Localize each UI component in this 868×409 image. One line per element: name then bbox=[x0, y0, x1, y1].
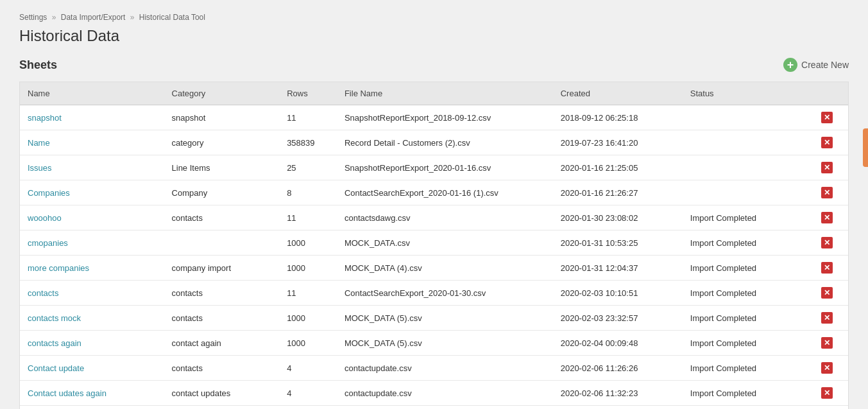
table-row: Contact udates againcontact updates4cont… bbox=[20, 381, 848, 406]
cell-filename: ContactSearchExport_2020-01-16 (1).csv bbox=[337, 180, 553, 205]
right-bar-decoration bbox=[863, 128, 868, 167]
row-name-link[interactable]: Issues bbox=[28, 163, 52, 173]
cell-name: Name bbox=[20, 130, 164, 155]
cell-category: contacts bbox=[164, 205, 280, 231]
cell-status bbox=[683, 130, 812, 155]
row-name-link[interactable]: more companies bbox=[28, 263, 89, 273]
cell-status: Import Completed bbox=[683, 306, 812, 331]
trash-icon: ✕ bbox=[821, 187, 833, 198]
row-name-link[interactable]: Contact update bbox=[28, 363, 84, 373]
delete-button[interactable]: ✕ bbox=[820, 311, 834, 325]
cell-filename: activity.csv bbox=[337, 406, 553, 410]
table-row: more companiescompany import1000MOCK_DAT… bbox=[20, 256, 848, 281]
col-header-status: Status bbox=[683, 82, 812, 105]
breadcrumb: Settings » Data Import/Export » Historic… bbox=[19, 13, 849, 22]
cell-status: Import Completed bbox=[683, 205, 812, 231]
row-name-link[interactable]: wooohoo bbox=[28, 213, 62, 223]
cell-rows: 4 bbox=[279, 381, 337, 406]
cell-name: more companies bbox=[20, 256, 164, 281]
delete-button[interactable]: ✕ bbox=[820, 286, 834, 300]
row-name-link[interactable]: Name bbox=[28, 138, 50, 148]
cell-action: ✕ bbox=[812, 205, 848, 231]
cell-name: activity bbox=[20, 406, 164, 410]
cell-rows: 358839 bbox=[279, 130, 337, 155]
trash-icon: ✕ bbox=[821, 237, 833, 248]
cell-filename: contactupdate.csv bbox=[337, 381, 553, 406]
cell-name: contacts bbox=[20, 281, 164, 306]
cell-rows: 8 bbox=[279, 180, 337, 205]
cell-filename: SnapshotReportExport_2018-09-12.csv bbox=[337, 105, 553, 130]
row-name-link[interactable]: snapshot bbox=[28, 113, 62, 123]
cell-filename: contactsdawg.csv bbox=[337, 205, 553, 231]
cell-status bbox=[683, 105, 812, 130]
cell-created: 2020-01-16 21:26:27 bbox=[553, 180, 683, 205]
delete-button[interactable]: ✕ bbox=[820, 261, 834, 275]
trash-icon: ✕ bbox=[821, 112, 833, 123]
delete-button[interactable]: ✕ bbox=[820, 110, 834, 125]
delete-button[interactable]: ✕ bbox=[820, 161, 834, 175]
row-name-link[interactable]: contacts again bbox=[28, 338, 81, 348]
cell-action: ✕ bbox=[812, 180, 848, 205]
col-header-rows: Rows bbox=[279, 82, 337, 105]
cell-filename: MOCK_DATA (4).csv bbox=[337, 256, 553, 281]
plus-icon: + bbox=[783, 58, 797, 72]
cell-created: 2020-01-16 21:25:05 bbox=[553, 155, 683, 180]
cell-rows: 4 bbox=[279, 356, 337, 381]
cell-action: ✕ bbox=[812, 381, 848, 406]
table-row: wooohoocontacts11contactsdawg.csv2020-01… bbox=[20, 205, 848, 231]
cell-created: 2020-02-03 10:10:51 bbox=[553, 281, 683, 306]
create-new-button[interactable]: + Create New bbox=[783, 58, 849, 72]
cell-filename: MOCK_DATA.csv bbox=[337, 231, 553, 256]
cell-category bbox=[164, 231, 280, 256]
trash-icon: ✕ bbox=[821, 362, 833, 374]
row-name-link[interactable]: cmopanies bbox=[28, 238, 68, 248]
cell-created: 2020-01-31 10:53:25 bbox=[553, 231, 683, 256]
cell-status: Import Completed bbox=[683, 331, 812, 356]
delete-button[interactable]: ✕ bbox=[820, 386, 834, 400]
cell-action: ✕ bbox=[812, 231, 848, 256]
cell-name: snapshot bbox=[20, 105, 164, 130]
sheets-table: Name Category Rows File Name Created Sta… bbox=[20, 82, 848, 409]
cell-name: cmopanies bbox=[20, 231, 164, 256]
cell-category: contact again bbox=[164, 331, 280, 356]
row-name-link[interactable]: contacts mock bbox=[28, 313, 81, 323]
cell-category: contacts bbox=[164, 306, 280, 331]
row-name-link[interactable]: Contact udates again bbox=[28, 388, 106, 398]
cell-name: wooohoo bbox=[20, 205, 164, 231]
table-row: Contact updatecontacts4contactupdate.csv… bbox=[20, 356, 848, 381]
cell-filename: MOCK_DATA (5).csv bbox=[337, 331, 553, 356]
cell-action: ✕ bbox=[812, 281, 848, 306]
cell-rows: 1000 bbox=[279, 231, 337, 256]
cell-status: Import Completed bbox=[683, 281, 812, 306]
cell-category: Company bbox=[164, 180, 280, 205]
row-name-link[interactable]: Companies bbox=[28, 188, 70, 198]
table-row: Namecategory358839Record Detail - Custom… bbox=[20, 130, 848, 155]
table-row: IssuesLine Items25SnapshotReportExport_2… bbox=[20, 155, 848, 180]
delete-button[interactable]: ✕ bbox=[820, 135, 834, 150]
cell-category: snapshot bbox=[164, 105, 280, 130]
delete-button[interactable]: ✕ bbox=[820, 336, 834, 350]
delete-button[interactable]: ✕ bbox=[820, 361, 834, 375]
cell-name: Contact update bbox=[20, 356, 164, 381]
cell-filename: SnapshotReportExport_2020-01-16.csv bbox=[337, 155, 553, 180]
cell-action: ✕ bbox=[812, 155, 848, 180]
cell-category: contacts bbox=[164, 281, 280, 306]
cell-name: contacts mock bbox=[20, 306, 164, 331]
cell-created: 2020-01-31 12:04:37 bbox=[553, 256, 683, 281]
cell-created: 2018-09-12 06:25:18 bbox=[553, 105, 683, 130]
cell-status: Import Completed bbox=[683, 231, 812, 256]
delete-button[interactable]: ✕ bbox=[820, 236, 834, 250]
delete-button[interactable]: ✕ bbox=[820, 211, 834, 225]
delete-button[interactable]: ✕ bbox=[820, 186, 834, 200]
table-row: contacts againcontact again1000MOCK_DATA… bbox=[20, 331, 848, 356]
create-new-label: Create New bbox=[801, 60, 849, 70]
cell-rows: 1000 bbox=[279, 331, 337, 356]
cell-rows: 11 bbox=[279, 281, 337, 306]
cell-rows: 11 bbox=[279, 205, 337, 231]
cell-filename: Record Detail - Customers (2).csv bbox=[337, 130, 553, 155]
cell-action: ✕ bbox=[812, 105, 848, 130]
table-row: contacts mockcontacts1000MOCK_DATA (5).c… bbox=[20, 306, 848, 331]
cell-created: 2020-02-04 00:09:48 bbox=[553, 331, 683, 356]
row-name-link[interactable]: contacts bbox=[28, 288, 58, 298]
sheets-table-container: Name Category Rows File Name Created Sta… bbox=[19, 82, 849, 409]
